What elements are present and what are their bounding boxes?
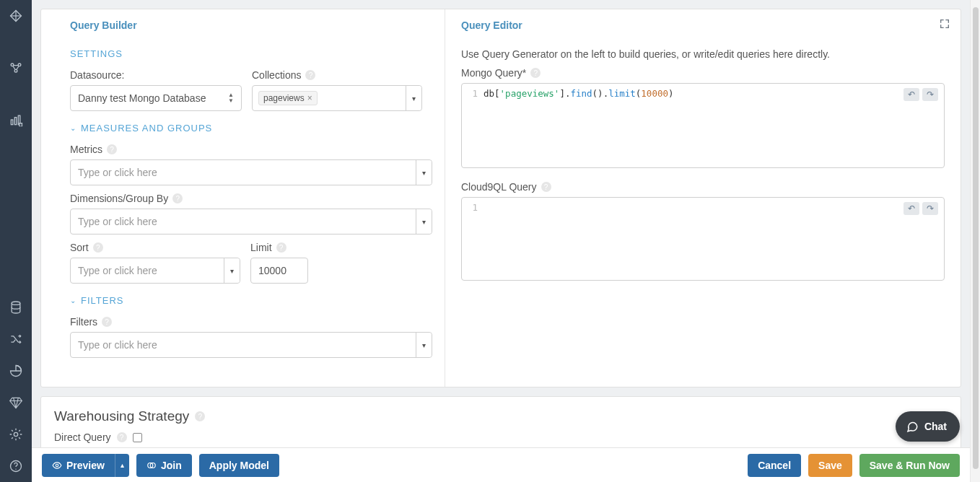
dimensions-caret[interactable]: ▾ [416,209,432,234]
settings-section-label: SETTINGS [70,48,123,59]
cloud9ql-editor[interactable]: ↶ ↷ 1 [461,197,945,281]
direct-query-label: Direct Query [54,431,111,443]
apply-model-button[interactable]: Apply Model [199,454,279,477]
preview-split-button: Preview ▴ [42,454,129,477]
save-run-button[interactable]: Save & Run Now [859,454,960,477]
measures-section-header[interactable]: ⌄ MEASURES AND GROUPS [70,123,430,133]
join-button-label: Join [161,460,182,471]
apply-model-label: Apply Model [209,460,269,471]
preview-caret[interactable]: ▴ [115,454,129,477]
page-scrollbar-thumb[interactable] [973,7,979,469]
filters-label: Filters ? [70,316,430,328]
collections-label: Collections ? [252,69,422,81]
mongo-query-label: Mongo Query* ? [461,67,945,79]
dimensions-text-input[interactable] [71,210,414,233]
help-icon[interactable]: ? [117,432,127,442]
cloud9ql-label: Cloud9QL Query ? [461,181,945,193]
limit-label: Limit ? [250,242,308,253]
direct-query-checkbox[interactable] [133,433,142,442]
svg-point-11 [56,464,58,467]
query-editor-title: Query Editor [461,19,945,31]
save-button[interactable]: Save [808,454,852,477]
collection-tag-label: pageviews [263,93,305,103]
warehousing-title: Warehousing Strategy ? [54,408,948,424]
nav-workflow-icon[interactable] [0,52,32,84]
help-icon[interactable]: ? [107,144,117,154]
query-card: Query Builder SETTINGS Datasource: Danny… [40,9,961,387]
expand-icon[interactable] [939,18,950,32]
help-icon[interactable]: ? [276,242,286,253]
left-nav-rail [0,0,32,482]
nav-database-icon[interactable] [0,292,32,323]
svg-point-7 [12,302,20,304]
metrics-caret[interactable]: ▾ [416,160,432,185]
svg-point-2 [14,69,17,72]
preview-button-label: Preview [66,460,105,471]
limit-input-wrap[interactable] [250,258,308,284]
nav-pie-icon[interactable] [0,355,32,387]
nav-help-icon[interactable] [0,450,32,482]
help-icon[interactable]: ? [172,193,183,203]
nav-chart-add-icon[interactable] [0,104,32,136]
nav-shuffle-icon[interactable] [0,323,32,355]
chevron-down-icon: ⌄ [70,297,76,304]
mongo-code-line: db['pageviews'].find().limit(10000) [484,88,674,99]
line-number: 1 [469,202,478,213]
help-icon[interactable]: ? [541,182,551,192]
preview-button[interactable]: Preview [42,454,115,477]
undo-icon[interactable]: ↶ [904,88,919,101]
logo-icon[interactable] [0,0,32,32]
sort-text-input[interactable] [71,259,222,282]
redo-icon[interactable]: ↷ [922,202,938,215]
cancel-button[interactable]: Cancel [748,454,801,477]
chat-button[interactable]: Chat [896,411,960,442]
line-number: 1 [469,88,478,99]
page-scrollbar[interactable] [970,0,980,482]
sort-caret[interactable]: ▾ [224,258,240,283]
svg-point-1 [18,63,21,66]
filters-input[interactable]: ▾ [70,332,432,358]
svg-rect-4 [14,118,17,125]
metrics-text-input[interactable] [71,161,414,184]
settings-section-header: SETTINGS [70,48,430,59]
help-icon[interactable]: ? [102,317,112,327]
dimensions-input[interactable]: ▾ [70,209,432,235]
collections-input[interactable]: pageviews × ▾ [252,85,422,111]
remove-tag-icon[interactable]: × [307,93,312,103]
nav-gear-icon[interactable] [0,419,32,450]
collection-tag: pageviews × [258,91,318,105]
help-icon[interactable]: ? [93,242,103,253]
mongo-query-editor[interactable]: ↶ ↷ 1 db['pageviews'].find().limit(10000… [461,83,945,168]
collections-caret[interactable]: ▾ [406,86,421,110]
svg-point-8 [14,432,17,436]
filters-section-label: FILTERS [81,295,124,306]
join-button[interactable]: Join [136,454,192,477]
cancel-button-label: Cancel [758,460,791,471]
svg-point-0 [11,63,14,66]
help-icon[interactable]: ? [305,70,315,80]
limit-input[interactable] [251,259,307,282]
help-icon[interactable]: ? [195,411,205,421]
warehousing-card: Warehousing Strategy ? Direct Query ? [40,396,961,451]
filters-text-input[interactable] [71,333,414,356]
filters-caret[interactable]: ▾ [416,333,432,357]
query-editor-panel: Query Editor Use Query Generator on the … [445,9,961,387]
content-area: Query Builder SETTINGS Datasource: Danny… [32,0,970,482]
filters-section-header[interactable]: ⌄ FILTERS [70,295,430,306]
editor-helper-text: Use Query Generator on the left to build… [461,48,945,60]
footer-bar: Preview ▴ Join Apply Model Cancel Save S… [32,447,970,482]
chevron-down-icon: ⌄ [70,124,76,132]
redo-icon[interactable]: ↷ [922,88,938,101]
nav-diamond-icon[interactable] [0,387,32,419]
sort-input[interactable]: ▾ [70,258,240,284]
query-builder-panel: Query Builder SETTINGS Datasource: Danny… [41,9,445,387]
datasource-value: Danny test Mongo Database [71,92,241,104]
sort-label: Sort ? [70,242,240,253]
metrics-label: Metrics ? [70,144,430,155]
datasource-select[interactable]: Danny test Mongo Database ▲▼ [70,85,242,111]
save-run-button-label: Save & Run Now [870,460,950,471]
metrics-input[interactable]: ▾ [70,159,432,185]
direct-query-row: Direct Query ? [54,431,948,443]
undo-icon[interactable]: ↶ [904,202,919,215]
help-icon[interactable]: ? [530,68,541,78]
